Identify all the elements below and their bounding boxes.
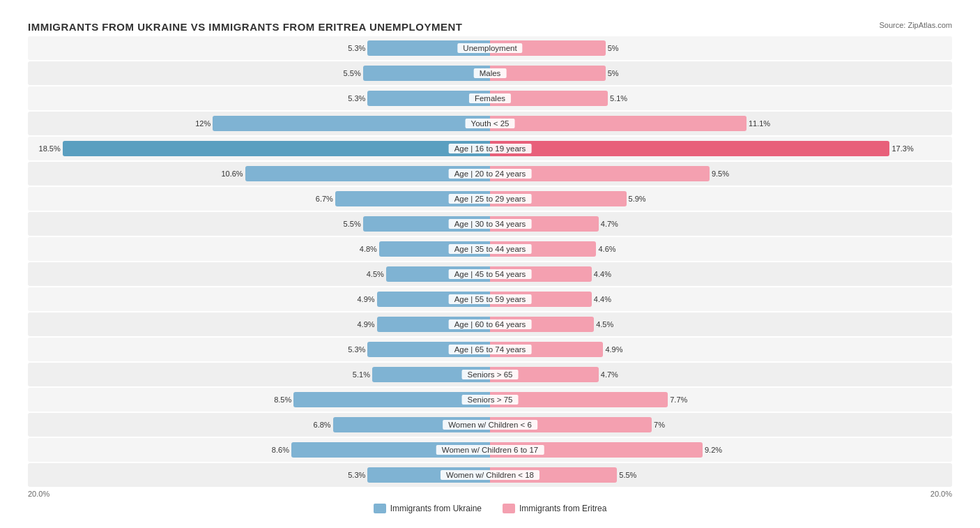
axis-row: 20.0% 20.0%: [28, 490, 952, 498]
eritrea-value: 4.4%: [594, 270, 611, 278]
bar-row: 8.6% 9.2% Women w/ Children 6 to 17: [28, 438, 952, 462]
left-section: 5.3%: [28, 463, 490, 487]
bars-wrapper: 4.8% 4.6% Age | 35 to 44 years: [28, 237, 952, 261]
left-section: 6.7%: [28, 187, 490, 211]
eritrea-value: 17.3%: [891, 144, 913, 153]
ukraine-bar: [293, 392, 490, 407]
bars-wrapper: 4.9% 4.5% Age | 60 to 64 years: [28, 312, 952, 336]
eritrea-value: 5.1%: [610, 94, 627, 103]
row-label: Youth < 25: [466, 119, 515, 128]
row-label: Unemployment: [457, 43, 522, 53]
row-label: Age | 45 to 54 years: [449, 269, 532, 279]
bar-row: 4.9% 4.5% Age | 60 to 64 years: [28, 312, 952, 336]
right-section: 4.9%: [490, 338, 952, 361]
ukraine-value: 5.3%: [348, 44, 365, 52]
eritrea-value: 4.4%: [594, 295, 611, 303]
ukraine-value: 12%: [195, 119, 210, 128]
right-section: 9.5%: [490, 162, 952, 186]
right-section: 9.2%: [490, 438, 952, 462]
bar-row: 6.7% 5.9% Age | 25 to 29 years: [28, 187, 952, 211]
row-label: Females: [469, 93, 511, 103]
row-label: Age | 65 to 74 years: [449, 345, 532, 354]
row-label: Women w/ Children < 6: [443, 420, 537, 430]
eritrea-legend-box: [503, 504, 515, 513]
bars-wrapper: 8.5% 7.7% Seniors > 75: [28, 388, 952, 412]
bars-wrapper: 5.3% 5.5% Women w/ Children < 18: [28, 463, 952, 487]
row-label: Age | 16 to 19 years: [449, 144, 532, 153]
row-label: Seniors > 75: [462, 395, 519, 405]
left-section: 5.3%: [28, 86, 490, 110]
eritrea-bar: [490, 141, 889, 156]
right-section: 5.9%: [490, 187, 952, 211]
legend: Immigrants from Ukraine Immigrants from …: [28, 504, 952, 513]
bars-wrapper: 12% 11.1% Youth < 25: [28, 112, 952, 135]
left-section: 4.9%: [28, 312, 490, 336]
ukraine-value: 8.6%: [272, 446, 289, 454]
bar-row: 18.5% 17.3% Age | 16 to 19 years: [28, 137, 952, 160]
eritrea-value: 4.7%: [601, 370, 618, 379]
left-section: 4.8%: [28, 237, 490, 261]
left-section: 18.5%: [28, 137, 490, 160]
bars-wrapper: 5.5% 5% Males: [28, 61, 952, 85]
eritrea-value: 9.2%: [705, 446, 722, 454]
left-section: 6.8%: [28, 413, 490, 437]
ukraine-value: 4.5%: [367, 270, 384, 278]
left-section: 4.5%: [28, 262, 490, 286]
bar-row: 6.8% 7% Women w/ Children < 6: [28, 413, 952, 437]
left-section: 8.5%: [28, 388, 490, 412]
bars-wrapper: 6.7% 5.9% Age | 25 to 29 years: [28, 187, 952, 211]
legend-item-ukraine: Immigrants from Ukraine: [374, 504, 482, 513]
row-label: Women w/ Children < 18: [441, 470, 539, 480]
left-section: 5.1%: [28, 363, 490, 386]
eritrea-value: 5.9%: [629, 195, 646, 203]
right-section: 4.6%: [490, 237, 952, 261]
right-section: 7.7%: [490, 388, 952, 412]
row-label: Age | 25 to 29 years: [449, 194, 532, 204]
eritrea-value: 7.7%: [670, 395, 687, 404]
ukraine-value: 6.8%: [314, 421, 331, 429]
bar-row: 5.3% 5% Unemployment: [28, 36, 952, 60]
ukraine-value: 5.1%: [353, 370, 370, 379]
right-section: 4.4%: [490, 262, 952, 286]
ukraine-value: 5.5%: [344, 69, 361, 77]
left-section: 12%: [28, 112, 490, 135]
ukraine-value: 18.5%: [39, 144, 61, 153]
ukraine-value: 8.5%: [274, 395, 291, 404]
eritrea-value: 9.5%: [712, 169, 729, 178]
bar-row: 5.1% 4.7% Seniors > 65: [28, 363, 952, 386]
bar-row: 5.3% 5.1% Females: [28, 86, 952, 110]
bars-wrapper: 18.5% 17.3% Age | 16 to 19 years: [28, 137, 952, 160]
right-section: 4.7%: [490, 212, 952, 236]
left-section: 4.9%: [28, 287, 490, 311]
axis-right: 20.0%: [490, 490, 952, 498]
right-section: 4.4%: [490, 287, 952, 311]
axis-left: 20.0%: [28, 490, 490, 498]
right-section: 7%: [490, 413, 952, 437]
eritrea-value: 4.9%: [605, 345, 622, 354]
right-section: 5.1%: [490, 86, 952, 110]
bars-wrapper: 5.5% 4.7% Age | 30 to 34 years: [28, 212, 952, 236]
bars-wrapper: 8.6% 9.2% Women w/ Children 6 to 17: [28, 438, 952, 462]
ukraine-value: 4.9%: [358, 320, 375, 329]
eritrea-value: 4.6%: [598, 245, 615, 253]
eritrea-value: 7%: [654, 421, 665, 429]
row-label: Males: [474, 68, 507, 78]
bars-wrapper: 5.3% 4.9% Age | 65 to 74 years: [28, 338, 952, 361]
left-section: 8.6%: [28, 438, 490, 462]
right-section: 4.7%: [490, 363, 952, 386]
ukraine-bar: [213, 116, 490, 131]
ukraine-value: 5.3%: [348, 94, 365, 103]
right-section: 4.5%: [490, 312, 952, 336]
chart-area: 5.3% 5% Unemployment 5.5%: [28, 36, 952, 487]
bar-row: 5.5% 5% Males: [28, 61, 952, 85]
chart-title: IMMIGRANTS FROM UKRAINE VS IMMIGRANTS FR…: [28, 21, 462, 33]
ukraine-value: 5.5%: [344, 220, 361, 228]
row-label: Age | 55 to 59 years: [449, 294, 532, 304]
left-section: 5.5%: [28, 212, 490, 236]
bars-wrapper: 5.3% 5.1% Females: [28, 86, 952, 110]
eritrea-bar: [490, 66, 606, 81]
eritrea-legend-label: Immigrants from Eritrea: [519, 504, 606, 513]
ukraine-value: 4.8%: [360, 245, 377, 253]
ukraine-value: 6.7%: [316, 195, 333, 203]
eritrea-value: 5%: [608, 69, 619, 77]
